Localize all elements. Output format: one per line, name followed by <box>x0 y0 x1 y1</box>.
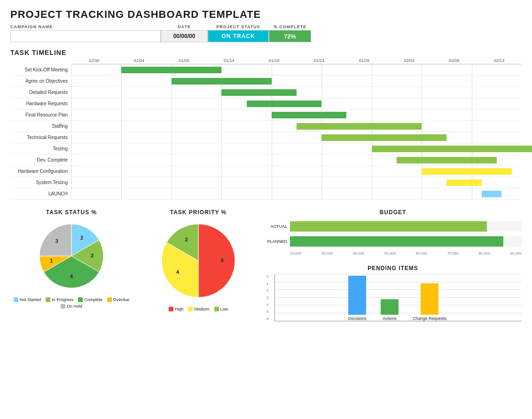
pending-y-label: 3 <box>266 295 268 300</box>
status-value: ON TRACK <box>208 30 269 42</box>
gantt-row: Testing <box>10 143 522 155</box>
gantt-bar-area <box>71 177 522 188</box>
gantt-bar <box>446 179 482 186</box>
gantt-chart: 12/3001/0401/0901/1401/1901/2401/2902/03… <box>10 58 522 200</box>
legend-color <box>188 307 193 311</box>
legend-label: Medium <box>194 307 209 311</box>
legend-color <box>78 297 83 302</box>
complete-label: % COMPLETE <box>269 24 311 29</box>
legend-label: Low <box>220 307 228 311</box>
pending-bar <box>381 299 399 315</box>
task-status-title: TASK STATUS % <box>10 209 133 216</box>
gantt-bar <box>272 112 347 118</box>
pie-label: 4 <box>176 269 180 275</box>
legend-item: Not Started <box>14 297 41 302</box>
pending-bar-label: Actions <box>383 316 397 321</box>
legend-color <box>46 297 50 302</box>
gantt-date: 12/30 <box>71 58 117 63</box>
pending-bar-label: Change Requests <box>413 316 446 321</box>
budget-row-label: PLANNED <box>264 239 290 244</box>
pending-bar-label: Decisions <box>348 316 367 321</box>
legend-color <box>107 297 112 302</box>
budget-axis-label: 30,000 <box>321 251 333 256</box>
gantt-date: 01/19 <box>251 58 297 63</box>
pending-bar <box>421 283 438 315</box>
gantt-task-label: Testing <box>10 146 71 151</box>
pending-y-label: 1 <box>266 281 268 286</box>
gantt-bar-area <box>71 109 522 121</box>
legend-label: In Progress <box>52 297 73 302</box>
gantt-row: Detailed Requests <box>10 87 522 98</box>
gantt-task-label: Technical Requests <box>10 135 71 140</box>
gantt-bar <box>247 101 322 107</box>
budget-axis-label: 80,000 <box>479 251 490 256</box>
budget-axis-label: 70,000 <box>447 251 459 256</box>
pending-grid-line <box>275 274 522 274</box>
legend-color <box>61 304 65 309</box>
pending-bar <box>348 276 366 315</box>
header-section: CAMPAIGN NAME DATE PROJECT STATUS % COMP… <box>10 24 522 42</box>
budget-axis-label: 20,000 <box>290 251 301 256</box>
date-label: DATE <box>161 24 208 29</box>
legend-label: On Hold <box>67 304 82 309</box>
pending-grid-line <box>275 282 522 282</box>
gantt-bar <box>297 123 422 130</box>
pie-label: 3 <box>55 238 58 244</box>
gantt-task-label: LAUNCH <box>10 191 71 196</box>
budget-chart: ACTUALPLANNED 20,00030,00040,00050,00060… <box>264 218 522 258</box>
gantt-row: Dev. Complete <box>10 155 522 166</box>
pending-y-label: 4 <box>266 303 268 307</box>
pie-label: 4 <box>70 273 73 279</box>
right-charts: BUDGET ACTUALPLANNED 20,00030,00040,0005… <box>264 209 522 321</box>
gantt-row: Hardware Requests <box>10 98 522 109</box>
pending-title: PENDING ITEMS <box>264 265 522 272</box>
pending-y-label: 2 <box>266 288 268 293</box>
gantt-bar-area <box>71 87 522 98</box>
gantt-date: 02/08 <box>431 58 477 63</box>
gantt-bar <box>221 89 297 96</box>
complete-value: 72% <box>269 30 311 42</box>
pending-y-label: 0 <box>266 274 268 279</box>
gantt-task-label: Final Resource Plan <box>10 112 71 117</box>
gantt-row: Hardware Configuration <box>10 166 522 177</box>
gantt-task-label: Hardware Configuration <box>10 169 71 174</box>
gantt-bar <box>482 191 502 197</box>
gantt-bar <box>172 78 272 85</box>
gantt-date: 01/24 <box>297 58 342 63</box>
budget-row: PLANNED <box>264 236 522 247</box>
budget-bar <box>290 236 503 247</box>
gantt-date: 02/13 <box>477 58 522 63</box>
legend-label: Not Started <box>20 297 41 302</box>
gantt-task-label: Set Kick-Off Meeting <box>10 67 71 72</box>
legend-item: Overdue <box>107 297 130 302</box>
task-priority-chart: TASK PRIORITY % 642 HighMediumLow <box>137 209 259 321</box>
gantt-task-label: Detailed Requests <box>10 90 71 95</box>
pie-segment <box>198 224 235 297</box>
legend-color <box>214 307 219 311</box>
task-status-chart: TASK STATUS % 22413 Not StartedIn Progre… <box>10 209 133 321</box>
legend-color <box>14 297 18 302</box>
pending-grid-line <box>275 289 522 290</box>
gantt-row: Final Resource Plan <box>10 109 522 121</box>
pending-bar-group: Change Requests <box>413 283 446 321</box>
gantt-bar-area <box>71 143 522 155</box>
gantt-row: Technical Requests <box>10 132 522 143</box>
legend-item: Low <box>214 307 228 311</box>
legend-item: Complete <box>78 297 102 302</box>
gantt-task-label: Dev. Complete <box>10 157 71 163</box>
legend-label: Overdue <box>113 297 130 302</box>
pending-y-label: 6 <box>266 317 268 321</box>
gantt-date: 01/09 <box>162 58 207 63</box>
budget-bar-wrap <box>290 236 522 247</box>
campaign-name-input[interactable] <box>10 30 161 42</box>
gantt-task-label: Agree on Objectives <box>10 78 71 84</box>
budget-row-label: ACTUAL <box>264 224 290 229</box>
gantt-date: 01/04 <box>117 58 162 63</box>
gantt-bar-area <box>71 155 522 166</box>
pending-bar-group: Decisions <box>348 276 367 321</box>
legend-color <box>169 307 173 311</box>
gantt-bar-area <box>71 188 522 200</box>
gantt-date: 01/29 <box>342 58 387 63</box>
gantt-date: 02/03 <box>387 58 432 63</box>
legend-item: In Progress <box>46 297 73 302</box>
